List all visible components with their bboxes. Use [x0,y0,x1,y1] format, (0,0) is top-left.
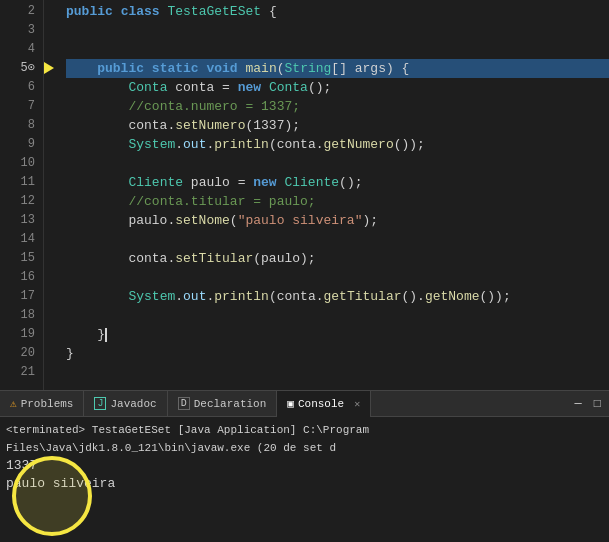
line-num-8: 8 [4,116,35,135]
line-num-5: 5⊙ [4,59,35,78]
console-icon: ▣ [287,397,294,410]
line-num-6: 6 [4,78,35,97]
maximize-icon[interactable]: □ [590,395,605,413]
code-line-19: } [66,325,609,344]
console-line2: paulo silveira [6,475,603,493]
line-num-3: 3 [4,21,35,40]
console-output-area: <terminated> TestaGetESet [Java Applicat… [0,417,609,542]
cursor [105,328,107,342]
line-num-7: 7 [4,97,35,116]
code-line-9: System.out.println(conta.getNumero()); [66,135,609,154]
tabs-bar: ⚠ Problems J Javadoc D Declaration ▣ Con… [0,391,609,417]
arrow-gutter [44,0,58,390]
console-close-icon[interactable]: ✕ [354,398,360,410]
editor-area: 2 3 4 5⊙ 6 7 8 9 10 11 12 13 14 15 16 17… [0,0,609,390]
code-line-21 [66,363,609,382]
line-num-15: 15 [4,249,35,268]
code-line-3 [66,21,609,40]
line-num-11: 11 [4,173,35,192]
code-line-2: public class TestaGetESet { [66,2,609,21]
line-num-19: 19 [4,325,35,344]
declaration-icon: D [178,397,190,410]
tab-console-label: Console [298,398,344,410]
code-line-17: System.out.println(conta.getTitular().ge… [66,287,609,306]
editor-container: 2 3 4 5⊙ 6 7 8 9 10 11 12 13 14 15 16 17… [0,0,609,542]
line-num-16: 16 [4,268,35,287]
code-line-13: paulo.setNome("paulo silveira"); [66,211,609,230]
panel-actions: — □ [571,395,609,413]
line-num-20: 20 [4,344,35,363]
line-num-4: 4 [4,40,35,59]
tab-declaration-label: Declaration [194,398,267,410]
console-header: <terminated> TestaGetESet [Java Applicat… [6,421,603,457]
code-line-14 [66,230,609,249]
line-num-18: 18 [4,306,35,325]
code-line-4 [66,40,609,59]
code-line-18 [66,306,609,325]
code-line-5: public static void main(String[] args) { [66,59,609,78]
javadoc-icon: J [94,397,106,410]
arrow-indicator [44,62,54,74]
tab-problems[interactable]: ⚠ Problems [0,391,84,417]
tab-declaration[interactable]: D Declaration [168,391,278,417]
code-line-11: Cliente paulo = new Cliente(); [66,173,609,192]
tab-problems-label: Problems [21,398,74,410]
bottom-panel: ⚠ Problems J Javadoc D Declaration ▣ Con… [0,390,609,542]
line-numbers: 2 3 4 5⊙ 6 7 8 9 10 11 12 13 14 15 16 17… [0,0,44,390]
tab-javadoc[interactable]: J Javadoc [84,391,167,417]
tab-console[interactable]: ▣ Console ✕ [277,391,371,417]
line-num-2: 2 [4,2,35,21]
line-num-14: 14 [4,230,35,249]
code-line-16 [66,268,609,287]
code-line-8: conta.setNumero(1337); [66,116,609,135]
minimize-icon[interactable]: — [571,395,586,413]
line-num-17: 17 [4,287,35,306]
code-line-12: //conta.titular = paulo; [66,192,609,211]
code-line-7: //conta.numero = 1337; [66,97,609,116]
line-num-10: 10 [4,154,35,173]
problems-icon: ⚠ [10,397,17,410]
line-num-13: 13 [4,211,35,230]
code-line-10 [66,154,609,173]
code-line-6: Conta conta = new Conta(); [66,78,609,97]
code-line-20: } [66,344,609,363]
console-line1: 1337 [6,457,603,475]
line-num-21: 21 [4,363,35,382]
line-num-12: 12 [4,192,35,211]
line-num-9: 9 [4,135,35,154]
code-line-15: conta.setTitular(paulo); [66,249,609,268]
tab-javadoc-label: Javadoc [110,398,156,410]
code-content[interactable]: public class TestaGetESet { public stati… [58,0,609,390]
